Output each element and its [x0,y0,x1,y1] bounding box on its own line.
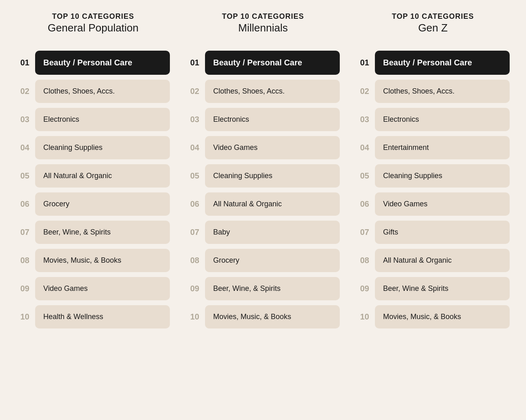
category-box: Entertainment [375,136,510,159]
category-box: Cleaning Supplies [35,136,170,159]
rank-number: 07 [186,228,199,237]
column-general: TOP 10 CATEGORIESGeneral Population01Bea… [8,12,178,333]
category-box: Clothes, Shoes, Accs. [375,80,510,103]
rank-row: 08Grocery [186,249,340,272]
rank-row: 10Health & Wellness [16,305,170,328]
rank-row: 07Baby [186,221,340,244]
rank-row: 04Cleaning Supplies [16,136,170,159]
category-box: All Natural & Organic [375,249,510,272]
header-top-label-genz: TOP 10 CATEGORIES [356,12,510,21]
rank-row: 02Clothes, Shoes, Accs. [356,80,510,103]
rank-number: 06 [356,199,369,209]
rank-number: 09 [186,284,199,293]
rank-number: 07 [16,228,29,237]
rank-number: 10 [16,312,29,322]
rank-number: 08 [356,256,369,265]
rank-row: 04Entertainment [356,136,510,159]
rank-row: 03Electronics [356,108,510,131]
category-box: Clothes, Shoes, Accs. [35,80,170,103]
category-box: Video Games [35,277,170,300]
category-box: Beer, Wine, & Spirits [35,221,170,244]
rank-row: 05All Natural & Organic [16,164,170,188]
rank-number: 10 [356,312,369,322]
header-sub-label-millennials: Millennials [186,22,340,34]
rank-row: 05Cleaning Supplies [186,164,340,188]
rank-number: 08 [16,256,29,265]
rank-number: 01 [356,58,369,67]
rank-number: 06 [16,199,29,209]
rank-number: 09 [16,284,29,293]
category-box: All Natural & Organic [35,164,170,188]
header-sub-label-genz: Gen Z [356,22,510,34]
category-box: Electronics [205,108,340,131]
rank-number: 07 [356,228,369,237]
rank-row: 10Movies, Music, & Books [356,305,510,328]
rank-number: 03 [186,115,199,124]
column-genz: TOP 10 CATEGORIESGen Z01Beauty / Persona… [348,12,518,333]
rank-number: 03 [16,115,29,124]
rank-row: 03Electronics [16,108,170,131]
rank-number: 05 [16,171,29,181]
category-box: Movies, Music, & Books [375,305,510,328]
category-box: Movies, Music, & Books [205,305,340,328]
rank-number: 04 [186,143,199,152]
rank-row: 06Video Games [356,192,510,216]
rank-number: 05 [186,171,199,181]
category-box: Beer, Wine, & Spirits [205,277,340,300]
rank-row: 01Beauty / Personal Care [356,51,510,75]
category-box: Beauty / Personal Care [205,51,340,75]
column-header-genz: TOP 10 CATEGORIESGen Z [356,12,510,38]
rank-number: 04 [356,143,369,152]
rank-row: 07Gifts [356,221,510,244]
rank-number: 02 [16,87,29,96]
rank-number: 10 [186,312,199,322]
rank-row: 07Beer, Wine, & Spirits [16,221,170,244]
category-box: Baby [205,221,340,244]
rank-number: 02 [186,87,199,96]
category-box: Health & Wellness [35,305,170,328]
category-box: Gifts [375,221,510,244]
column-header-millennials: TOP 10 CATEGORIESMillennials [186,12,340,38]
category-box: Electronics [375,108,510,131]
main-container: TOP 10 CATEGORIESGeneral Population01Bea… [8,12,518,333]
rank-row: 09Beer, Wine, & Spirits [186,277,340,300]
header-sub-label-general: General Population [16,22,170,34]
rank-row: 09Video Games [16,277,170,300]
category-box: Grocery [205,249,340,272]
category-box: Beauty / Personal Care [35,51,170,75]
category-box: Beer, Wine & Spirits [375,277,510,300]
category-box: Beauty / Personal Care [375,51,510,75]
category-box: All Natural & Organic [205,192,340,216]
rank-number: 04 [16,143,29,152]
rank-row: 08All Natural & Organic [356,249,510,272]
rank-number: 06 [186,199,199,209]
rank-row: 01Beauty / Personal Care [186,51,340,75]
rank-number: 01 [16,58,29,67]
rank-number: 09 [356,284,369,293]
rank-row: 01Beauty / Personal Care [16,51,170,75]
header-top-label-general: TOP 10 CATEGORIES [16,12,170,21]
category-box: Grocery [35,192,170,216]
rank-number: 03 [356,115,369,124]
rank-number: 05 [356,171,369,181]
header-top-label-millennials: TOP 10 CATEGORIES [186,12,340,21]
rank-row: 02Clothes, Shoes, Accs. [186,80,340,103]
rank-number: 02 [356,87,369,96]
rank-row: 10Movies, Music, & Books [186,305,340,328]
column-header-general: TOP 10 CATEGORIESGeneral Population [16,12,170,38]
rank-number: 08 [186,256,199,265]
rank-row: 08Movies, Music, & Books [16,249,170,272]
rank-number: 01 [186,58,199,67]
category-box: Video Games [205,136,340,159]
category-box: Clothes, Shoes, Accs. [205,80,340,103]
rank-row: 03Electronics [186,108,340,131]
column-millennials: TOP 10 CATEGORIESMillennials01Beauty / P… [178,12,348,333]
rank-row: 02Clothes, Shoes, Accs. [16,80,170,103]
category-box: Video Games [375,192,510,216]
rank-row: 09Beer, Wine & Spirits [356,277,510,300]
rank-row: 05Cleaning Supplies [356,164,510,188]
category-box: Movies, Music, & Books [35,249,170,272]
category-box: Cleaning Supplies [375,164,510,188]
rank-row: 06All Natural & Organic [186,192,340,216]
category-box: Cleaning Supplies [205,164,340,188]
